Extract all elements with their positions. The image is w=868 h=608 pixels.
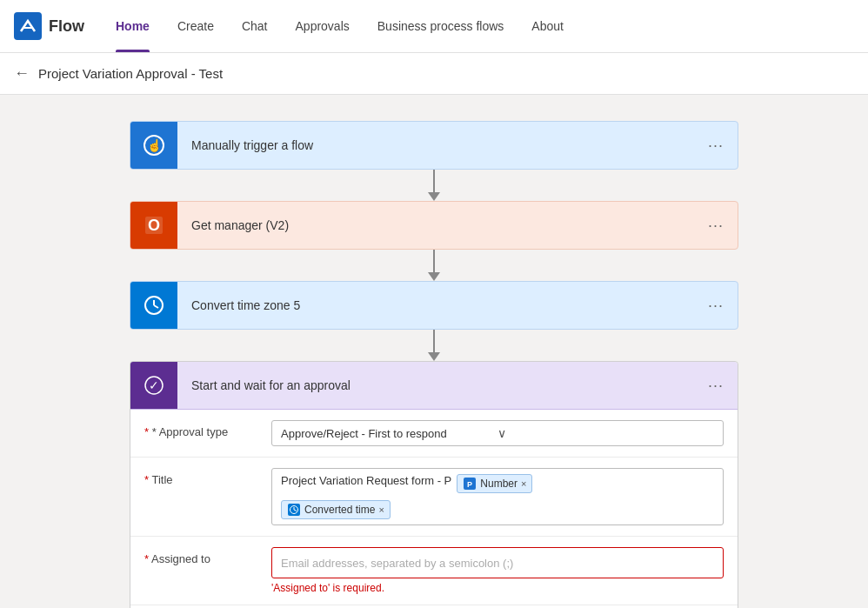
- step-title-3: Convert time zone 5: [177, 298, 694, 312]
- title-row: * Title Project Variation Request form -…: [130, 458, 738, 537]
- approval-icon: ✓: [142, 373, 166, 398]
- dropdown-arrow-icon: ∨: [497, 426, 714, 440]
- step-more-2[interactable]: ···: [694, 217, 738, 235]
- assigned-to-value: Email addresses, separated by a semicolo…: [271, 547, 724, 594]
- assigned-to-input[interactable]: Email addresses, separated by a semicolo…: [271, 547, 724, 578]
- number-tag-icon: P: [463, 477, 477, 491]
- svg-text:P: P: [467, 480, 472, 489]
- step-more-3[interactable]: ···: [694, 297, 738, 315]
- connector-arrow-3: [428, 352, 440, 361]
- approval-type-dropdown[interactable]: Approve/Reject - First to respond ∨: [271, 420, 724, 446]
- main-content: ☝ Manually trigger a flow ··· O: [0, 95, 868, 608]
- assigned-to-error: 'Assigned to' is required.: [271, 582, 724, 594]
- assigned-to-label: * Assigned to: [144, 547, 257, 565]
- back-button[interactable]: ←: [14, 64, 30, 83]
- breadcrumb-title: Project Variation Approval - Test: [38, 66, 223, 81]
- step-title-2: Get manager (V2): [177, 218, 694, 232]
- nav-approvals[interactable]: Approvals: [282, 0, 364, 52]
- title-input[interactable]: Project Variation Request form - P P Num…: [271, 468, 724, 525]
- approval-type-value: Approve/Reject - First to respond ∨: [271, 420, 724, 446]
- converted-time-tag-close[interactable]: ×: [378, 504, 384, 515]
- step-header-3: Convert time zone 5 ···: [130, 282, 738, 329]
- step-approval-expanded: ✓ Start and wait for an approval ··· * *…: [130, 361, 738, 608]
- step-title-1: Manually trigger a flow: [177, 138, 694, 152]
- step-icon-1: ☝: [130, 122, 177, 169]
- brand-name: Flow: [49, 17, 84, 36]
- flow-container: ☝ Manually trigger a flow ··· O: [130, 121, 738, 608]
- title-value: Project Variation Request form - P P Num…: [271, 468, 724, 525]
- step-icon-approval: ✓: [130, 362, 177, 409]
- assigned-to-row: * Assigned to Email addresses, separated…: [130, 537, 738, 605]
- title-prefix-text: Project Variation Request form - P: [281, 474, 451, 487]
- connector-line-2: [433, 250, 435, 272]
- number-tag: P Number ×: [457, 474, 532, 493]
- nav-home[interactable]: Home: [102, 0, 164, 52]
- step-get-manager: O Get manager (V2) ···: [130, 201, 738, 250]
- flow-logo: [14, 12, 42, 40]
- step-title-approval: Start and wait for an approval: [177, 378, 694, 392]
- step-header-1: ☝ Manually trigger a flow ···: [130, 122, 738, 169]
- step-convert-timezone: Convert time zone 5 ···: [130, 281, 738, 330]
- title-second-line: Converted time ×: [281, 500, 714, 519]
- breadcrumb-bar: ← Project Variation Approval - Test: [0, 53, 868, 95]
- connector-arrow-1: [428, 192, 440, 201]
- trigger-icon: ☝: [142, 133, 166, 157]
- approval-type-label: * * Approval type: [144, 420, 257, 438]
- svg-text:☝: ☝: [147, 138, 163, 153]
- svg-rect-0: [14, 12, 42, 40]
- connector-line-3: [433, 330, 435, 352]
- svg-text:O: O: [148, 217, 160, 234]
- connector-2: [428, 250, 440, 281]
- nav-links: Home Create Chat Approvals Business proc…: [102, 0, 578, 52]
- step-approval-header: ✓ Start and wait for an approval ···: [130, 362, 738, 410]
- svg-line-7: [154, 305, 158, 308]
- svg-text:✓: ✓: [149, 378, 159, 392]
- step-manually-trigger: ☝ Manually trigger a flow ···: [130, 121, 738, 170]
- connector-1: [428, 170, 440, 201]
- converted-time-tag: Converted time ×: [281, 500, 391, 519]
- office-icon: O: [142, 213, 166, 237]
- step-more-approval[interactable]: ···: [694, 377, 738, 395]
- step-more-1[interactable]: ···: [694, 137, 738, 155]
- step-approval-body: * * Approval type Approve/Reject - First…: [130, 410, 738, 608]
- nav-create[interactable]: Create: [164, 0, 228, 52]
- step-icon-2: O: [130, 202, 177, 249]
- nav-business-process[interactable]: Business process flows: [364, 0, 518, 52]
- connector-arrow-2: [428, 272, 440, 281]
- connector-line-1: [433, 170, 435, 192]
- nav-about[interactable]: About: [517, 0, 578, 52]
- number-tag-close[interactable]: ×: [521, 478, 526, 489]
- navbar: Flow Home Create Chat Approvals Business…: [0, 0, 868, 53]
- title-label: * Title: [144, 468, 257, 486]
- step-icon-3: [130, 282, 177, 329]
- clock-tag-icon: [287, 503, 301, 517]
- approval-type-row: * * Approval type Approve/Reject - First…: [130, 410, 738, 458]
- clock-icon: [143, 294, 165, 317]
- nav-chat[interactable]: Chat: [228, 0, 282, 52]
- brand: Flow: [14, 12, 84, 40]
- connector-3: [428, 330, 440, 361]
- step-header-2: O Get manager (V2) ···: [130, 202, 738, 249]
